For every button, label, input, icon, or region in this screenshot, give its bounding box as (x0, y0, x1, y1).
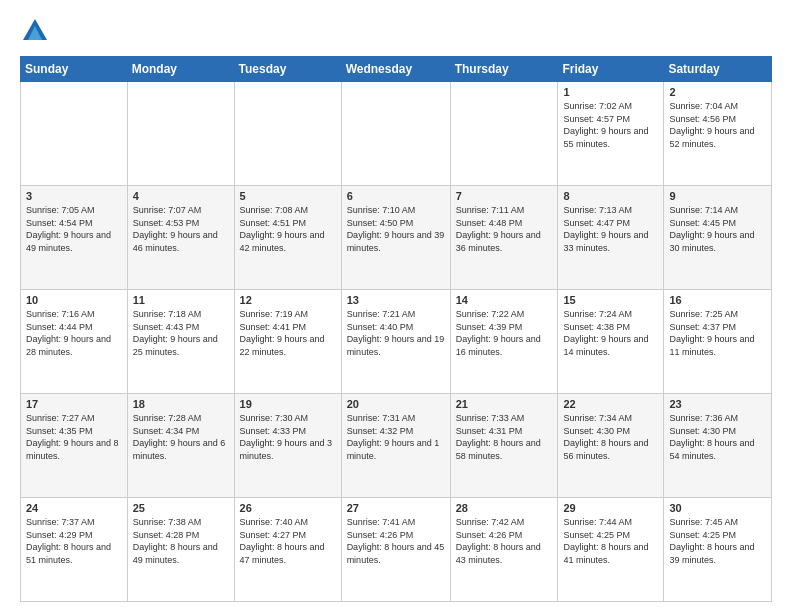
day-number: 20 (347, 398, 445, 410)
calendar-cell (450, 82, 558, 186)
calendar-cell: 10Sunrise: 7:16 AMSunset: 4:44 PMDayligh… (21, 290, 128, 394)
calendar-cell (21, 82, 128, 186)
day-info: Sunrise: 7:02 AMSunset: 4:57 PMDaylight:… (563, 100, 658, 150)
day-number: 29 (563, 502, 658, 514)
calendar-week-row: 3Sunrise: 7:05 AMSunset: 4:54 PMDaylight… (21, 186, 772, 290)
day-info: Sunrise: 7:05 AMSunset: 4:54 PMDaylight:… (26, 204, 122, 254)
logo-icon (20, 16, 50, 46)
day-info: Sunrise: 7:42 AMSunset: 4:26 PMDaylight:… (456, 516, 553, 566)
day-info: Sunrise: 7:08 AMSunset: 4:51 PMDaylight:… (240, 204, 336, 254)
day-number: 16 (669, 294, 766, 306)
day-number: 11 (133, 294, 229, 306)
header (20, 16, 772, 46)
day-info: Sunrise: 7:11 AMSunset: 4:48 PMDaylight:… (456, 204, 553, 254)
day-info: Sunrise: 7:19 AMSunset: 4:41 PMDaylight:… (240, 308, 336, 358)
calendar-week-row: 10Sunrise: 7:16 AMSunset: 4:44 PMDayligh… (21, 290, 772, 394)
day-number: 24 (26, 502, 122, 514)
day-number: 21 (456, 398, 553, 410)
day-info: Sunrise: 7:45 AMSunset: 4:25 PMDaylight:… (669, 516, 766, 566)
day-number: 28 (456, 502, 553, 514)
day-number: 4 (133, 190, 229, 202)
day-number: 12 (240, 294, 336, 306)
calendar-cell: 29Sunrise: 7:44 AMSunset: 4:25 PMDayligh… (558, 498, 664, 602)
weekday-header-friday: Friday (558, 57, 664, 82)
calendar-cell: 30Sunrise: 7:45 AMSunset: 4:25 PMDayligh… (664, 498, 772, 602)
day-info: Sunrise: 7:25 AMSunset: 4:37 PMDaylight:… (669, 308, 766, 358)
calendar-cell (341, 82, 450, 186)
calendar-cell: 26Sunrise: 7:40 AMSunset: 4:27 PMDayligh… (234, 498, 341, 602)
day-number: 19 (240, 398, 336, 410)
day-info: Sunrise: 7:33 AMSunset: 4:31 PMDaylight:… (456, 412, 553, 462)
calendar-cell: 15Sunrise: 7:24 AMSunset: 4:38 PMDayligh… (558, 290, 664, 394)
calendar-cell: 14Sunrise: 7:22 AMSunset: 4:39 PMDayligh… (450, 290, 558, 394)
page: SundayMondayTuesdayWednesdayThursdayFrid… (0, 0, 792, 612)
day-number: 30 (669, 502, 766, 514)
day-info: Sunrise: 7:22 AMSunset: 4:39 PMDaylight:… (456, 308, 553, 358)
weekday-header-wednesday: Wednesday (341, 57, 450, 82)
calendar-header: SundayMondayTuesdayWednesdayThursdayFrid… (21, 57, 772, 82)
calendar-body: 1Sunrise: 7:02 AMSunset: 4:57 PMDaylight… (21, 82, 772, 602)
day-info: Sunrise: 7:27 AMSunset: 4:35 PMDaylight:… (26, 412, 122, 462)
calendar-cell: 6Sunrise: 7:10 AMSunset: 4:50 PMDaylight… (341, 186, 450, 290)
calendar-cell: 2Sunrise: 7:04 AMSunset: 4:56 PMDaylight… (664, 82, 772, 186)
calendar-cell (127, 82, 234, 186)
calendar-cell: 19Sunrise: 7:30 AMSunset: 4:33 PMDayligh… (234, 394, 341, 498)
weekday-header-saturday: Saturday (664, 57, 772, 82)
day-info: Sunrise: 7:10 AMSunset: 4:50 PMDaylight:… (347, 204, 445, 254)
day-info: Sunrise: 7:21 AMSunset: 4:40 PMDaylight:… (347, 308, 445, 358)
day-number: 3 (26, 190, 122, 202)
day-info: Sunrise: 7:07 AMSunset: 4:53 PMDaylight:… (133, 204, 229, 254)
calendar-cell: 11Sunrise: 7:18 AMSunset: 4:43 PMDayligh… (127, 290, 234, 394)
day-number: 6 (347, 190, 445, 202)
day-info: Sunrise: 7:28 AMSunset: 4:34 PMDaylight:… (133, 412, 229, 462)
day-number: 26 (240, 502, 336, 514)
day-info: Sunrise: 7:04 AMSunset: 4:56 PMDaylight:… (669, 100, 766, 150)
day-info: Sunrise: 7:37 AMSunset: 4:29 PMDaylight:… (26, 516, 122, 566)
day-info: Sunrise: 7:14 AMSunset: 4:45 PMDaylight:… (669, 204, 766, 254)
calendar-cell: 24Sunrise: 7:37 AMSunset: 4:29 PMDayligh… (21, 498, 128, 602)
day-number: 9 (669, 190, 766, 202)
calendar-week-row: 1Sunrise: 7:02 AMSunset: 4:57 PMDaylight… (21, 82, 772, 186)
weekday-header-tuesday: Tuesday (234, 57, 341, 82)
day-info: Sunrise: 7:38 AMSunset: 4:28 PMDaylight:… (133, 516, 229, 566)
calendar-cell: 5Sunrise: 7:08 AMSunset: 4:51 PMDaylight… (234, 186, 341, 290)
day-info: Sunrise: 7:13 AMSunset: 4:47 PMDaylight:… (563, 204, 658, 254)
day-number: 14 (456, 294, 553, 306)
calendar-cell: 12Sunrise: 7:19 AMSunset: 4:41 PMDayligh… (234, 290, 341, 394)
day-info: Sunrise: 7:24 AMSunset: 4:38 PMDaylight:… (563, 308, 658, 358)
calendar-cell: 13Sunrise: 7:21 AMSunset: 4:40 PMDayligh… (341, 290, 450, 394)
day-number: 2 (669, 86, 766, 98)
day-info: Sunrise: 7:40 AMSunset: 4:27 PMDaylight:… (240, 516, 336, 566)
day-number: 22 (563, 398, 658, 410)
day-info: Sunrise: 7:30 AMSunset: 4:33 PMDaylight:… (240, 412, 336, 462)
calendar-cell: 9Sunrise: 7:14 AMSunset: 4:45 PMDaylight… (664, 186, 772, 290)
calendar-cell: 3Sunrise: 7:05 AMSunset: 4:54 PMDaylight… (21, 186, 128, 290)
day-info: Sunrise: 7:34 AMSunset: 4:30 PMDaylight:… (563, 412, 658, 462)
day-number: 15 (563, 294, 658, 306)
day-info: Sunrise: 7:41 AMSunset: 4:26 PMDaylight:… (347, 516, 445, 566)
day-number: 1 (563, 86, 658, 98)
calendar-table: SundayMondayTuesdayWednesdayThursdayFrid… (20, 56, 772, 602)
calendar-cell: 27Sunrise: 7:41 AMSunset: 4:26 PMDayligh… (341, 498, 450, 602)
day-number: 7 (456, 190, 553, 202)
day-number: 13 (347, 294, 445, 306)
weekday-header-sunday: Sunday (21, 57, 128, 82)
calendar-cell: 28Sunrise: 7:42 AMSunset: 4:26 PMDayligh… (450, 498, 558, 602)
day-number: 23 (669, 398, 766, 410)
day-number: 5 (240, 190, 336, 202)
logo (20, 16, 54, 46)
weekday-header-thursday: Thursday (450, 57, 558, 82)
calendar-cell: 17Sunrise: 7:27 AMSunset: 4:35 PMDayligh… (21, 394, 128, 498)
day-info: Sunrise: 7:16 AMSunset: 4:44 PMDaylight:… (26, 308, 122, 358)
calendar-cell: 1Sunrise: 7:02 AMSunset: 4:57 PMDaylight… (558, 82, 664, 186)
calendar-cell: 4Sunrise: 7:07 AMSunset: 4:53 PMDaylight… (127, 186, 234, 290)
calendar-cell: 8Sunrise: 7:13 AMSunset: 4:47 PMDaylight… (558, 186, 664, 290)
calendar-cell: 25Sunrise: 7:38 AMSunset: 4:28 PMDayligh… (127, 498, 234, 602)
calendar-cell: 20Sunrise: 7:31 AMSunset: 4:32 PMDayligh… (341, 394, 450, 498)
day-number: 17 (26, 398, 122, 410)
calendar-cell: 7Sunrise: 7:11 AMSunset: 4:48 PMDaylight… (450, 186, 558, 290)
day-number: 10 (26, 294, 122, 306)
weekday-header-monday: Monday (127, 57, 234, 82)
calendar-cell: 16Sunrise: 7:25 AMSunset: 4:37 PMDayligh… (664, 290, 772, 394)
day-info: Sunrise: 7:18 AMSunset: 4:43 PMDaylight:… (133, 308, 229, 358)
